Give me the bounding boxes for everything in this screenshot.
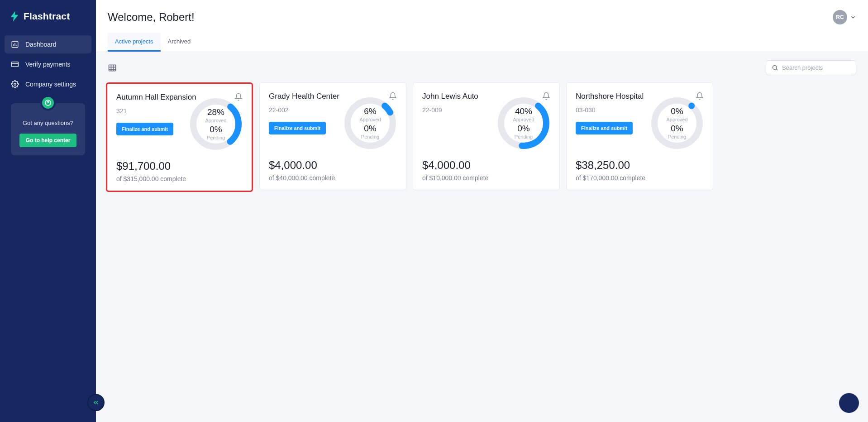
tab-active-projects[interactable]: Active projects — [108, 33, 161, 52]
gear-icon — [11, 80, 19, 88]
brand-name: Flashtract — [24, 11, 70, 22]
project-code: 22-002 — [269, 106, 341, 114]
brand-logo[interactable]: Flashtract — [0, 0, 96, 35]
progress-gauge: 0% Approved 0% Pending — [648, 94, 706, 153]
finalize-submit-button[interactable]: Finalize and submit — [269, 122, 326, 134]
project-total: of $40,000.00 complete — [269, 174, 397, 182]
project-card[interactable]: Autumn Hall Expansion 321 Finalize and s… — [106, 82, 253, 192]
finalize-submit-button[interactable]: Finalize and submit — [576, 122, 633, 134]
pending-percent: 0% — [359, 124, 381, 134]
project-code: 03-030 — [576, 106, 648, 114]
sidebar-item-verify-payments[interactable]: Verify payments — [5, 55, 91, 73]
project-card[interactable]: Northshore Hospital 03-030 Finalize and … — [566, 82, 713, 190]
progress-gauge: 6% Approved 0% Pending — [341, 94, 400, 153]
help-card: Got any questions? Go to help center — [11, 103, 85, 155]
chevron-down-icon — [850, 14, 856, 20]
avatar: RC — [833, 10, 847, 24]
project-code: 22-009 — [422, 106, 494, 114]
project-amount: $4,000.00 — [269, 159, 397, 172]
tab-archived[interactable]: Archived — [161, 33, 198, 52]
sidebar-item-company-settings[interactable]: Company settings — [5, 75, 91, 93]
pending-percent: 0% — [666, 124, 687, 134]
approved-label: Approved — [666, 117, 687, 123]
chevron-double-left-icon — [92, 399, 100, 406]
project-cards: Autumn Hall Expansion 321 Finalize and s… — [96, 82, 868, 204]
sidebar: Flashtract Dashboard Verify payments — [0, 0, 96, 422]
svg-rect-4 — [109, 65, 116, 71]
project-code: 321 — [116, 107, 186, 115]
help-icon — [40, 95, 56, 110]
pending-label: Pending — [666, 134, 687, 140]
svg-rect-1 — [12, 62, 19, 67]
chart-bar-icon — [11, 40, 19, 48]
tabs: Active projects Archived — [108, 33, 856, 52]
user-menu[interactable]: RC — [833, 10, 856, 24]
project-title: Grady Health Center — [269, 92, 339, 101]
svg-point-5 — [773, 66, 777, 70]
project-total: of $315,000.00 complete — [116, 175, 243, 182]
finalize-submit-button[interactable]: Finalize and submit — [116, 123, 173, 135]
grid-view-button[interactable] — [108, 63, 117, 72]
progress-gauge: 40% Approved 0% Pending — [494, 94, 553, 153]
approved-percent: 40% — [513, 106, 534, 117]
help-question: Got any questions? — [17, 120, 79, 126]
sidebar-item-dashboard[interactable]: Dashboard — [5, 35, 91, 53]
pending-label: Pending — [205, 135, 226, 141]
project-title: Autumn Hall Expansion — [116, 93, 196, 102]
pending-label: Pending — [513, 134, 534, 140]
progress-gauge: 28% Approved 0% Pending — [186, 95, 245, 153]
sidebar-item-label: Company settings — [25, 81, 76, 88]
search-input[interactable] — [782, 64, 858, 71]
project-amount: $91,700.00 — [116, 160, 243, 173]
approved-percent: 0% — [666, 106, 687, 117]
toolbar — [96, 52, 868, 82]
approved-label: Approved — [205, 118, 226, 124]
sidebar-item-label: Dashboard — [25, 41, 57, 48]
project-card[interactable]: Grady Health Center 22-002 Finalize and … — [259, 82, 406, 190]
svg-point-2 — [14, 83, 16, 86]
pending-percent: 0% — [205, 125, 226, 135]
project-card[interactable]: John Lewis Auto 22-009 40% Approved — [413, 82, 560, 190]
search-icon — [772, 64, 778, 71]
project-total: of $10,000.00 complete — [422, 174, 550, 182]
collapse-sidebar-button[interactable] — [87, 394, 105, 411]
approved-percent: 28% — [205, 107, 226, 118]
approved-percent: 6% — [359, 106, 381, 117]
header: Welcome, Robert! RC Active projects Arch… — [96, 0, 868, 52]
main-content: Welcome, Robert! RC Active projects Arch… — [96, 0, 868, 422]
page-title: Welcome, Robert! — [108, 11, 195, 24]
project-amount: $38,250.00 — [576, 159, 704, 172]
pending-label: Pending — [359, 134, 381, 140]
project-total: of $170,000.00 complete — [576, 174, 704, 182]
nav: Dashboard Verify payments Company settin… — [0, 35, 96, 95]
help-center-button[interactable]: Go to help center — [19, 134, 77, 147]
project-title: Northshore Hospital — [576, 92, 644, 101]
project-title: John Lewis Auto — [422, 92, 478, 101]
sidebar-item-label: Verify payments — [25, 61, 71, 68]
floating-action-button[interactable] — [839, 393, 859, 413]
pending-percent: 0% — [513, 124, 534, 134]
credit-card-icon — [11, 60, 19, 68]
project-amount: $4,000.00 — [422, 159, 550, 172]
approved-label: Approved — [513, 117, 534, 123]
approved-label: Approved — [359, 117, 381, 123]
search-input-wrap[interactable] — [766, 60, 856, 75]
lightning-icon — [10, 11, 19, 22]
